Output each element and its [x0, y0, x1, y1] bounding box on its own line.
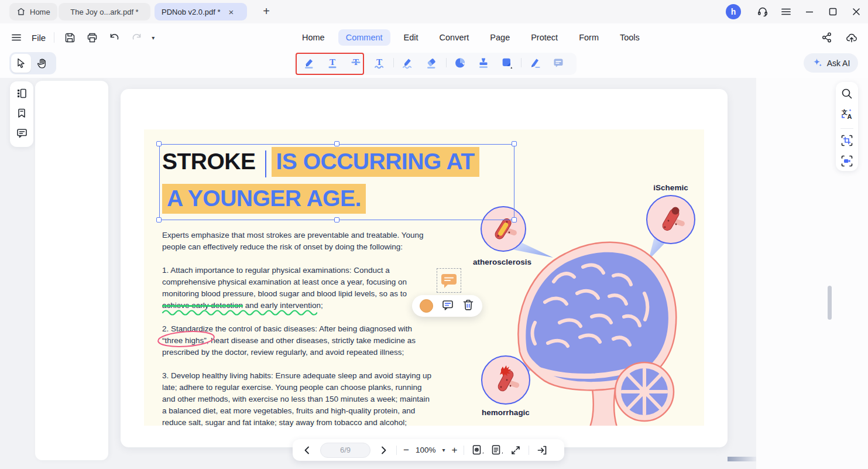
signature-tool-icon[interactable] [529, 56, 541, 69]
divider [840, 128, 853, 129]
undo-icon[interactable] [107, 30, 121, 44]
eraser-tool-icon[interactable] [425, 56, 438, 69]
translate-icon[interactable]: 文A [840, 108, 853, 123]
tab-home-label: Home [30, 8, 50, 16]
menu-home[interactable]: Home [294, 29, 332, 46]
selection-handle-br[interactable] [512, 217, 517, 222]
annotation-popup-toolbar [412, 295, 482, 317]
item1-line-1: 1. Attach importance to regular physical… [162, 265, 390, 276]
horizontal-scrollbar[interactable] [728, 457, 756, 461]
item3-line-1: 3. Develop healthy living habits: Ensure… [162, 370, 431, 382]
add-comment-button[interactable] [441, 299, 454, 314]
share-icon[interactable] [820, 30, 834, 44]
zoom-caret-icon[interactable]: ▾ [442, 447, 445, 453]
tab-document-1-label: The Joy o...ark.pdf * [70, 8, 138, 16]
home-icon [16, 7, 26, 16]
zoom-in-icon[interactable]: + [452, 445, 458, 455]
selection-handle-tr[interactable] [512, 141, 517, 146]
pdf-page[interactable]: iSchemic atherosclerosis hemorrhagic STR… [144, 129, 704, 426]
svg-text:T: T [330, 57, 335, 67]
tab-close-icon[interactable]: × [228, 8, 234, 16]
note-tool-icon[interactable] [552, 56, 565, 69]
menu-page[interactable]: Page [482, 29, 517, 46]
app-menu-icon[interactable] [780, 6, 792, 18]
previous-page-icon[interactable] [301, 444, 314, 457]
menu-edit[interactable]: Edit [396, 29, 426, 46]
screen-record-icon[interactable] [840, 155, 853, 170]
ask-ai-button[interactable]: Ask AI [804, 53, 858, 73]
delete-annotation-button[interactable] [462, 299, 475, 314]
menu-tools[interactable]: Tools [612, 29, 647, 46]
menu-comment[interactable]: Comment [338, 29, 390, 46]
bookmarks-panel-icon[interactable] [16, 107, 28, 121]
label-hemorrhagic: hemorrhagic [471, 408, 541, 417]
selection-box[interactable] [159, 144, 514, 220]
sticky-note-annotation[interactable] [437, 268, 461, 293]
svg-text:A: A [848, 113, 852, 120]
window-maximize-icon[interactable] [826, 6, 839, 18]
avatar[interactable]: h [726, 4, 741, 19]
selection-handle-tl[interactable] [156, 141, 162, 146]
tab-home[interactable]: Home [9, 3, 57, 20]
item1-line-2: comprehensive physical examination at le… [162, 276, 407, 288]
thumbnails-panel [35, 81, 108, 460]
divider [393, 58, 394, 67]
page-navigation-bar: 6/9 − 100% ▾ + [293, 439, 564, 461]
sticky-note-icon [440, 272, 458, 289]
stamp-tool-icon[interactable] [477, 56, 490, 69]
hand-tool-icon[interactable] [32, 54, 52, 73]
next-page-icon[interactable] [377, 444, 390, 457]
exit-view-icon[interactable] [536, 444, 548, 457]
strikethrough-tool-icon[interactable]: T [349, 56, 362, 69]
comment-toolbar: T T T Ask AI [0, 52, 868, 78]
sticker-tool-icon[interactable] [500, 56, 513, 69]
item3-line-5: reduce salt, sugar and fat intake; stay … [162, 417, 407, 429]
cloud-upload-icon[interactable] [845, 30, 859, 44]
search-icon[interactable] [840, 87, 853, 102]
zoom-out-icon[interactable]: − [403, 445, 409, 455]
file-menu-icon[interactable] [9, 30, 23, 44]
page-view-mode-icon[interactable] [471, 444, 483, 457]
window-close-icon[interactable] [850, 6, 863, 18]
comments-panel-icon[interactable] [16, 127, 28, 142]
tab-document-2-active[interactable]: PDNob v2.0.pdf * × [155, 3, 247, 20]
divider [529, 446, 529, 455]
shapes-tool-icon[interactable] [454, 56, 466, 69]
item3-line-3: and other methods, with exercise no less… [162, 393, 430, 405]
squiggly-tool-icon[interactable]: T [373, 56, 386, 69]
menu-form[interactable]: Form [571, 29, 606, 46]
reading-mode-icon[interactable] [490, 444, 503, 457]
new-tab-button[interactable]: + [259, 5, 273, 18]
ellipse-annotation[interactable] [156, 330, 217, 348]
left-panel-switcher [10, 81, 33, 147]
history-caret-icon[interactable]: ▾ [152, 35, 155, 41]
underline-tool-icon[interactable]: T [326, 56, 339, 69]
window-minimize-icon[interactable] [803, 6, 816, 18]
select-cursor-icon[interactable] [11, 54, 31, 73]
document-viewport: iSchemic atherosclerosis hemorrhagic STR… [121, 89, 728, 447]
divider [446, 58, 447, 67]
pencil-tool-icon[interactable] [401, 56, 414, 69]
selection-handle-tm[interactable] [334, 141, 339, 146]
menu-protect[interactable]: Protect [523, 29, 565, 46]
highlight-tool-icon[interactable] [303, 56, 315, 69]
page-indicator-input[interactable]: 6/9 [320, 443, 370, 458]
selection-handle-bl[interactable] [156, 217, 162, 222]
zoom-level[interactable]: 100% [416, 446, 436, 454]
save-icon[interactable] [63, 30, 77, 44]
svg-text:T: T [376, 57, 382, 67]
color-swatch-button[interactable] [420, 299, 433, 313]
file-menu-label[interactable]: File [32, 33, 46, 43]
thumbnails-panel-icon[interactable] [16, 87, 28, 102]
vertical-scrollbar[interactable] [828, 286, 832, 320]
fullscreen-icon[interactable] [509, 444, 522, 457]
item2-line-3: prescribed by the doctor, review regular… [162, 347, 404, 358]
screenshot-crop-icon[interactable] [840, 134, 853, 149]
selection-handle-bm[interactable] [334, 217, 339, 222]
menu-convert[interactable]: Convert [432, 29, 477, 46]
intro-line-2: people can effectively reduce the risk o… [162, 241, 403, 253]
squiggly-annotation[interactable] [162, 308, 317, 316]
support-headset-icon[interactable] [756, 6, 769, 18]
tab-document-1[interactable]: The Joy o...ark.pdf * [59, 3, 150, 20]
print-icon[interactable] [85, 30, 99, 44]
